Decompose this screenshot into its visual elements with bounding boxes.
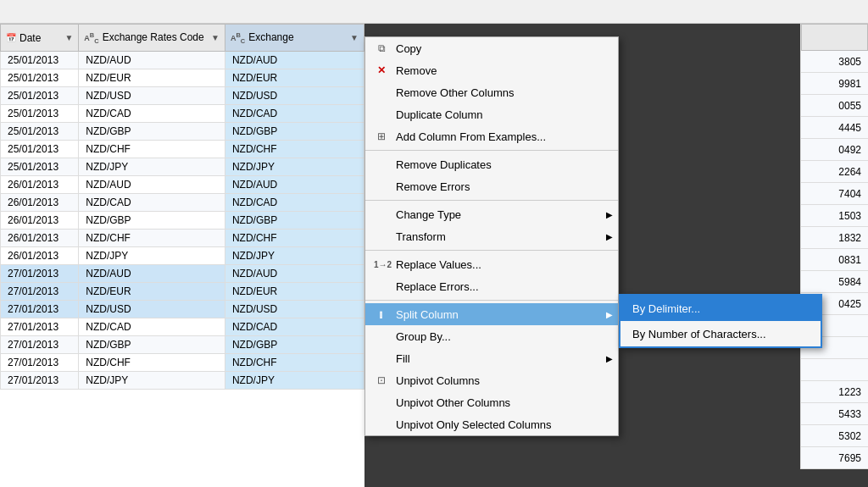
table-row: 27/01/2013 NZD/CAD NZD/CAD [1,318,364,336]
menu-separator [365,150,618,151]
table-row: 27/01/2013 NZD/USD NZD/USD [1,301,364,318]
right-numbers-panel: 3805998100554445049222647404150318320831… [800,24,868,469]
right-num-header [801,24,868,51]
table-row: 26/01/2013 NZD/JPY NZD/JPY [1,247,364,265]
menu-item-remove-duplicates[interactable]: Remove Duplicates [365,153,618,175]
replace-values-icon: 1→2 [374,258,389,270]
table-row: 25/01/2013 NZD/CAD NZD/CAD [1,105,364,123]
fill-label: Fill [396,352,606,365]
table-row: 27/01/2013 NZD/AUD NZD/AUD [1,265,364,283]
menu-item-duplicate[interactable]: Duplicate Column [365,103,618,125]
menu-item-group-by[interactable]: Group By... [365,325,618,347]
right-num-cell: 4445 [801,117,868,139]
exc2-col-dropdown[interactable]: ▼ [350,33,359,42]
right-num-cell: 9981 [801,73,868,95]
menu-separator [365,200,618,201]
table-row: 26/01/2013 NZD/CHF NZD/CHF [1,230,364,247]
right-num-cell: 1223 [801,381,868,403]
table-row: 25/01/2013 NZD/GBP NZD/GBP [1,123,364,141]
exc-col-icon: ABC [84,31,98,45]
menu-item-remove-errors[interactable]: Remove Errors [365,175,618,197]
menu-item-unpivot-other[interactable]: Unpivot Other Columns [365,391,618,413]
table-row: 26/01/2013 NZD/CAD NZD/CAD [1,194,364,212]
right-num-cell: 0055 [801,95,868,117]
menu-item-fill[interactable]: Fill [365,347,618,369]
menu-item-replace-values[interactable]: 1→2Replace Values... [365,253,618,275]
menu-item-remove[interactable]: ✕Remove [365,59,618,81]
right-num-cell: 7695 [801,447,868,469]
table-row: 26/01/2013 NZD/GBP NZD/GBP [1,212,364,230]
transform-label: Transform [396,230,606,243]
add-from-examples-label: Add Column From Examples... [396,130,606,143]
exc2-col-icon: ABC [231,31,245,45]
table-row: 27/01/2013 NZD/GBP NZD/GBP [1,336,364,354]
right-num-cell: 2264 [801,161,868,183]
menu-separator [365,250,618,251]
replace-values-label: Replace Values... [396,258,606,271]
table-row: 25/01/2013 NZD/EUR NZD/EUR [1,69,364,87]
exc-col-dropdown[interactable]: ▼ [211,33,220,42]
table-row: 27/01/2013 NZD/EUR NZD/EUR [1,283,364,301]
col-header-exchange-rates[interactable]: ABC Exchange Rates Code ▼ [79,25,225,52]
menu-item-split-column[interactable]: ⫿Split Column [365,303,618,325]
change-type-label: Change Type [396,208,606,221]
menu-separator [365,300,618,301]
remove-label: Remove [396,64,606,77]
data-table: 📅 Date ▼ ABC Exchange Rates Code ▼ [0,24,364,487]
table-row: 25/01/2013 NZD/USD NZD/USD [1,87,364,105]
menu-item-remove-other[interactable]: Remove Other Columns [365,81,618,103]
table-row: 25/01/2013 NZD/CHF NZD/CHF [1,141,364,158]
remove-errors-label: Remove Errors [396,180,606,193]
formula-bar [0,0,868,24]
remove-icon: ✕ [374,64,389,76]
menu-item-transform[interactable]: Transform [365,225,618,247]
main-area: 📅 Date ▼ ABC Exchange Rates Code ▼ [0,24,868,487]
copy-label: Copy [396,42,606,55]
remove-other-label: Remove Other Columns [396,86,606,99]
table-row: 25/01/2013 NZD/JPY NZD/JPY [1,158,364,176]
copy-icon: ⧉ [374,42,389,54]
right-panel: ⧉Copy✕RemoveRemove Other ColumnsDuplicat… [364,24,868,487]
right-num-cell: 5984 [801,271,868,293]
submenu-item-by-delimiter[interactable]: By Delimiter... [620,296,821,321]
right-num-cell: 1503 [801,205,868,227]
right-num-cell: 1832 [801,227,868,249]
remove-duplicates-label: Remove Duplicates [396,158,606,171]
table-row: 25/01/2013 NZD/AUD NZD/AUD [1,52,364,69]
right-num-cell: 0831 [801,249,868,271]
menu-item-unpivot-selected[interactable]: Unpivot Only Selected Columns [365,413,618,435]
menu-item-copy[interactable]: ⧉Copy [365,37,618,59]
split-column-label: Split Column [396,308,606,321]
table-row: 26/01/2013 NZD/AUD NZD/AUD [1,176,364,194]
table-row: 27/01/2013 NZD/JPY NZD/JPY [1,372,364,390]
menu-item-change-type[interactable]: Change Type [365,203,618,225]
unpivot-columns-icon: ⊡ [374,374,389,386]
group-by-label: Group By... [396,330,606,343]
right-num-cell: 5433 [801,403,868,425]
replace-errors-label: Replace Errors... [396,280,606,293]
add-from-examples-icon: ⊞ [374,130,389,142]
unpivot-columns-label: Unpivot Columns [396,374,606,387]
menu-item-add-from-examples[interactable]: ⊞Add Column From Examples... [365,125,618,147]
context-menu: ⧉Copy✕RemoveRemove Other ColumnsDuplicat… [364,36,619,436]
right-num-cell [801,359,868,381]
menu-item-replace-errors[interactable]: Replace Errors... [365,275,618,297]
date-col-icon: 📅 [6,33,16,42]
right-num-cell: 7404 [801,183,868,205]
right-num-cell: 5302 [801,425,868,447]
submenu-item-by-num-chars[interactable]: By Number of Characters... [620,321,821,346]
date-col-dropdown[interactable]: ▼ [64,33,73,42]
split-column-icon: ⫿ [374,308,389,320]
duplicate-label: Duplicate Column [396,108,606,121]
col-header-date[interactable]: 📅 Date ▼ [1,25,79,52]
right-num-cell: 3805 [801,51,868,73]
submenu: By Delimiter...By Number of Characters..… [619,294,822,348]
unpivot-selected-label: Unpivot Only Selected Columns [396,418,606,431]
menu-item-unpivot-columns[interactable]: ⊡Unpivot Columns [365,369,618,391]
unpivot-other-label: Unpivot Other Columns [396,396,606,409]
right-num-cell: 0492 [801,139,868,161]
col-header-exchange-copy[interactable]: ABC Exchange ▼ [225,25,364,52]
table-row: 27/01/2013 NZD/CHF NZD/CHF [1,354,364,372]
